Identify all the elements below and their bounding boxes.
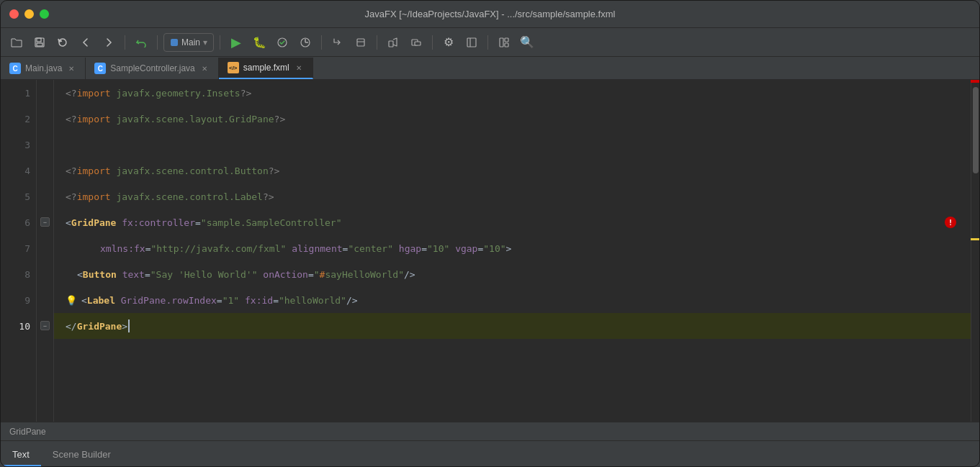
back-button[interactable] — [76, 32, 96, 53]
svg-rect-11 — [415, 42, 421, 45]
bottom-tabs: Text Scene Builder — [1, 440, 979, 466]
minimize-button[interactable] — [24, 9, 34, 19]
svg-rect-16 — [505, 43, 508, 47]
line-num-7: 7 — [1, 235, 36, 261]
code-line-2: <?import javafx.scene.layout.GridPane?> — [54, 106, 971, 132]
build-more-button[interactable] — [406, 32, 426, 53]
error-scroll-marker — [971, 80, 979, 83]
revert-button[interactable] — [131, 32, 151, 53]
line-num-9: 9 — [1, 287, 36, 313]
code-line-10: </GridPane> — [54, 313, 971, 339]
error-icon-line6: ! — [945, 217, 956, 228]
open-button[interactable] — [6, 32, 27, 53]
save-button[interactable] — [30, 32, 50, 53]
line-numbers: 1 2 3 4 5 6 7 8 9 10 — [1, 80, 37, 422]
fold-marker-10[interactable]: − — [40, 321, 50, 330]
code-line-1: <?import javafx.geometry.Insets?> — [54, 80, 971, 106]
svg-rect-1 — [37, 38, 41, 42]
tab-sample-fxml[interactable]: </> sample.fxml ✕ — [219, 58, 313, 79]
code-line-3 — [54, 132, 971, 158]
tab-label-controller: SampleController.java — [110, 63, 194, 73]
step-over-button[interactable] — [328, 32, 348, 53]
line-num-3: 3 — [1, 132, 36, 158]
breadcrumb-bar: GridPane — [1, 422, 979, 440]
run-config-label: Main — [181, 37, 200, 47]
more-button-1[interactable] — [351, 32, 371, 53]
main-window: JavaFX [~/IdeaProjects/JavaFX] - .../src… — [0, 0, 980, 467]
forward-button[interactable] — [99, 32, 119, 53]
svg-rect-14 — [500, 38, 503, 47]
tab-label-main: Main.java — [25, 63, 62, 73]
titlebar: JavaFX [~/IdeaProjects/JavaFX] - .../src… — [1, 1, 979, 28]
warning-scroll-marker — [971, 238, 979, 240]
tab-scene-builder-label: Scene Builder — [53, 449, 111, 460]
scrollbar-thumb[interactable] — [973, 87, 979, 173]
toolbar-separator-7 — [487, 35, 488, 50]
run-config-arrow: ▾ — [203, 37, 207, 47]
line-num-5: 5 — [1, 183, 36, 209]
tab-scene-builder[interactable]: Scene Builder — [41, 443, 122, 466]
fold-marker-6[interactable]: − — [40, 217, 50, 227]
code-line-8: <Button text="Say 'Hello World'" onActio… — [54, 261, 971, 287]
refresh-button[interactable] — [53, 32, 73, 53]
main-content: 1 2 3 4 5 6 7 8 9 10 − − — [1, 80, 979, 466]
svg-rect-15 — [505, 38, 508, 42]
line-num-6: 6 — [1, 209, 36, 235]
tab-close-fxml[interactable]: ✕ — [294, 63, 304, 73]
coverage-button[interactable] — [272, 32, 292, 53]
tab-label-fxml: sample.fxml — [243, 63, 289, 73]
svg-rect-9 — [389, 41, 393, 47]
code-line-6: <GridPane fx:controller="sample.SampleCo… — [54, 209, 971, 235]
editor-area[interactable]: 1 2 3 4 5 6 7 8 9 10 − − — [1, 80, 979, 422]
line-num-8: 8 — [1, 261, 36, 287]
line-num-2: 2 — [1, 106, 36, 132]
settings-button[interactable]: ⚙ — [439, 32, 459, 53]
toolbar-separator-6 — [432, 35, 433, 50]
debug-button[interactable]: 🐛 — [249, 32, 269, 53]
profile-button[interactable] — [295, 32, 315, 53]
tab-close-main[interactable]: ✕ — [66, 63, 76, 73]
maximize-button[interactable] — [40, 9, 49, 19]
tab-close-controller[interactable]: ✕ — [199, 63, 210, 73]
svg-rect-3 — [171, 39, 178, 46]
run-config-dropdown[interactable]: Main ▾ — [163, 33, 214, 52]
code-line-5: <?import javafx.scene.control.Label?> — [54, 183, 971, 209]
toolbar-separator-5 — [377, 35, 377, 50]
code-line-7: xmlns:fx="http://javafx.com/fxml" alignm… — [54, 235, 971, 261]
toolbar-separator-3 — [220, 35, 220, 50]
line-num-1: 1 — [1, 80, 36, 106]
tab-sample-controller[interactable]: C SampleController.java ✕ — [86, 58, 218, 79]
svg-rect-2 — [37, 43, 42, 46]
window-controls — [9, 9, 49, 19]
cursor-caret — [128, 319, 130, 332]
tab-icon-controller: C — [94, 63, 106, 74]
tab-icon-main: C — [9, 63, 21, 74]
tab-text[interactable]: Text — [1, 443, 41, 466]
tab-icon-fxml: </> — [228, 62, 239, 73]
play-button[interactable]: ▶ — [226, 32, 246, 53]
build-button[interactable] — [383, 32, 403, 53]
toolbar-separator-4 — [321, 35, 322, 50]
svg-rect-12 — [467, 38, 476, 47]
svg-rect-7 — [357, 39, 364, 46]
lightbulb-icon: 💡 — [66, 295, 77, 306]
line-num-4: 4 — [1, 158, 36, 183]
close-button[interactable] — [9, 9, 19, 19]
view-mode-button[interactable] — [494, 32, 514, 53]
code-line-9: 💡 <Label GridPane.rowIndex="1" fx:id="he… — [54, 287, 971, 313]
scrollbar[interactable] — [971, 80, 979, 422]
tab-main-java[interactable]: C Main.java ✕ — [1, 58, 86, 79]
search-button[interactable]: 🔍 — [517, 32, 537, 53]
toolbar: Main ▾ ▶ 🐛 ⚙ — [1, 28, 979, 57]
window-title: JavaFX [~/IdeaProjects/JavaFX] - .../src… — [365, 9, 616, 19]
tab-text-label: Text — [12, 449, 30, 460]
breadcrumb-text: GridPane — [9, 427, 46, 437]
code-line-4: <?import javafx.scene.control.Button?> — [54, 158, 971, 183]
toolbar-separator-2 — [157, 35, 158, 50]
open-in-button[interactable] — [462, 32, 482, 53]
tab-bar: C Main.java ✕ C SampleController.java ✕ … — [1, 57, 979, 80]
code-editor[interactable]: <?import javafx.geometry.Insets?> <?impo… — [54, 80, 971, 422]
line-num-10: 10 — [1, 313, 36, 339]
toolbar-separator-1 — [125, 35, 125, 50]
gutter: − − — [37, 80, 54, 422]
